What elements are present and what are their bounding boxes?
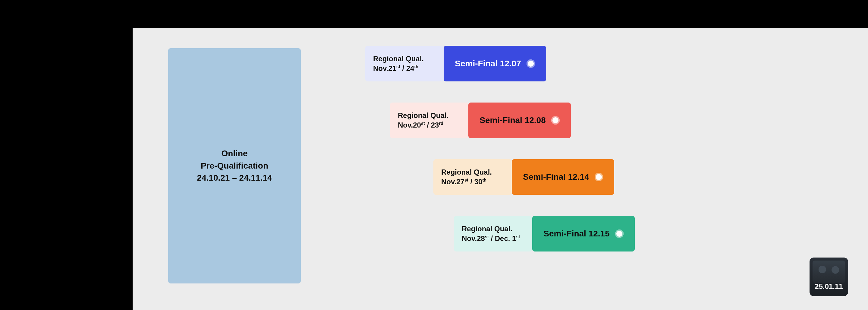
regional-qual-date: Nov.28st / Dec. 1st xyxy=(462,234,524,243)
regional-qual-date: Nov.21st / 24th xyxy=(373,64,436,73)
status-dot-icon xyxy=(527,59,535,68)
semi-final-1: Semi-Final 12.07 xyxy=(444,46,546,81)
stage-row-1: Regional Qual. Nov.21st / 24th Semi-Fina… xyxy=(365,46,546,81)
status-dot-icon xyxy=(615,229,624,238)
regional-qual-label: Regional Qual. xyxy=(373,54,436,64)
final-thumbnail[interactable]: 25.01.11 xyxy=(809,257,848,296)
stage-row-4: Regional Qual. Nov.28st / Dec. 1st Semi-… xyxy=(454,216,635,252)
prequal-line1: Online xyxy=(221,147,247,160)
semi-final-3: Semi-Final 12.14 xyxy=(512,159,614,195)
regional-qual-3: Regional Qual. Nov.27st / 30th xyxy=(433,159,512,195)
regional-qual-date: Nov.27st / 30th xyxy=(441,177,504,187)
semi-final-label: Semi-Final 12.08 xyxy=(479,115,546,125)
status-dot-icon xyxy=(551,116,560,124)
regional-qual-4: Regional Qual. Nov.28st / Dec. 1st xyxy=(454,216,532,252)
regional-qual-label: Regional Qual. xyxy=(398,111,461,120)
semi-final-2: Semi-Final 12.08 xyxy=(468,103,571,138)
regional-qual-label: Regional Qual. xyxy=(441,167,504,177)
regional-qual-1: Regional Qual. Nov.21st / 24th xyxy=(365,46,444,81)
semi-final-label: Semi-Final 12.14 xyxy=(523,172,589,182)
regional-qual-2: Regional Qual. Nov.20st / 23rd xyxy=(390,103,468,138)
regional-qual-date: Nov.20st / 23rd xyxy=(398,120,461,130)
status-dot-icon xyxy=(595,173,603,181)
final-date-label: 25.01.11 xyxy=(815,282,843,291)
stage-row-3: Regional Qual. Nov.27st / 30th Semi-Fina… xyxy=(433,159,614,195)
stage-row-2: Regional Qual. Nov.20st / 23rd Semi-Fina… xyxy=(390,103,571,138)
semi-final-label: Semi-Final 12.15 xyxy=(544,229,610,238)
semi-final-4: Semi-Final 12.15 xyxy=(532,216,635,252)
regional-qual-label: Regional Qual. xyxy=(462,224,524,234)
prequal-line2: Pre-Qualification xyxy=(201,160,268,172)
prequal-block: Online Pre-Qualification 24.10.21 – 24.1… xyxy=(168,48,301,283)
prequal-line3: 24.10.21 – 24.11.14 xyxy=(197,172,272,184)
schedule-canvas: Online Pre-Qualification 24.10.21 – 24.1… xyxy=(133,28,868,310)
semi-final-label: Semi-Final 12.07 xyxy=(455,59,521,68)
